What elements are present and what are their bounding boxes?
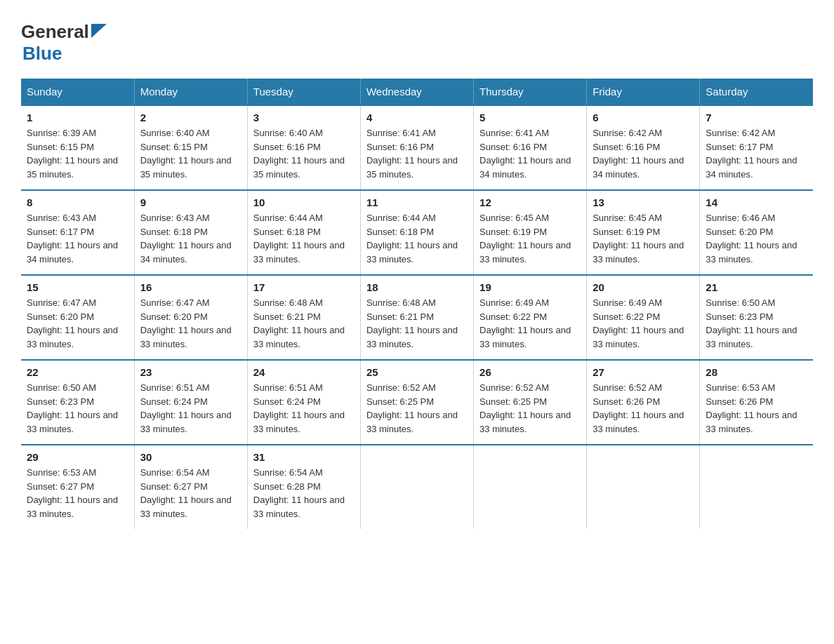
calendar-cell [587,445,700,529]
day-info: Sunrise: 6:44 AMSunset: 6:18 PMDaylight:… [253,213,345,264]
calendar-cell: 24 Sunrise: 6:51 AMSunset: 6:24 PMDaylig… [247,360,360,445]
day-info: Sunrise: 6:52 AMSunset: 6:26 PMDaylight:… [593,382,684,434]
day-info: Sunrise: 6:40 AMSunset: 6:16 PMDaylight:… [253,128,345,180]
header-wednesday: Wednesday [360,79,473,105]
page-header: General Blue [21,21,813,65]
day-number: 20 [593,281,694,293]
day-info: Sunrise: 6:53 AMSunset: 6:27 PMDaylight:… [27,467,118,519]
calendar-cell: 6 Sunrise: 6:42 AMSunset: 6:16 PMDayligh… [587,105,700,190]
day-info: Sunrise: 6:40 AMSunset: 6:15 PMDaylight:… [140,128,232,180]
day-info: Sunrise: 6:43 AMSunset: 6:17 PMDaylight:… [27,213,118,264]
calendar-cell: 28 Sunrise: 6:53 AMSunset: 6:26 PMDaylig… [700,360,813,445]
day-number: 30 [140,451,241,463]
day-info: Sunrise: 6:42 AMSunset: 6:17 PMDaylight:… [706,128,797,180]
day-info: Sunrise: 6:39 AMSunset: 6:15 PMDaylight:… [27,128,118,180]
calendar-cell: 8 Sunrise: 6:43 AMSunset: 6:17 PMDayligh… [21,190,134,275]
header-monday: Monday [134,79,247,105]
day-number: 3 [253,112,355,123]
calendar-cell: 25 Sunrise: 6:52 AMSunset: 6:25 PMDaylig… [360,360,473,445]
calendar-cell: 3 Sunrise: 6:40 AMSunset: 6:16 PMDayligh… [247,105,360,190]
day-number: 24 [253,366,355,378]
day-info: Sunrise: 6:43 AMSunset: 6:18 PMDaylight:… [140,213,232,264]
calendar-cell: 1 Sunrise: 6:39 AMSunset: 6:15 PMDayligh… [21,105,134,190]
day-number: 21 [706,281,807,293]
calendar-cell: 7 Sunrise: 6:42 AMSunset: 6:17 PMDayligh… [700,105,813,190]
calendar-cell: 31 Sunrise: 6:54 AMSunset: 6:28 PMDaylig… [247,445,360,529]
calendar-week-row: 1 Sunrise: 6:39 AMSunset: 6:15 PMDayligh… [21,105,813,190]
calendar-table: SundayMondayTuesdayWednesdayThursdayFrid… [21,79,813,529]
day-info: Sunrise: 6:51 AMSunset: 6:24 PMDaylight:… [253,382,345,434]
day-number: 2 [140,112,241,123]
day-info: Sunrise: 6:53 AMSunset: 6:26 PMDaylight:… [706,382,797,434]
day-number: 8 [27,196,128,208]
day-info: Sunrise: 6:41 AMSunset: 6:16 PMDaylight:… [479,128,571,180]
day-number: 9 [140,196,241,208]
header-friday: Friday [587,79,700,105]
calendar-cell: 19 Sunrise: 6:49 AMSunset: 6:22 PMDaylig… [474,275,587,360]
day-info: Sunrise: 6:49 AMSunset: 6:22 PMDaylight:… [479,297,571,349]
calendar-cell: 11 Sunrise: 6:44 AMSunset: 6:18 PMDaylig… [360,190,473,275]
day-number: 17 [253,281,355,293]
day-number: 16 [140,281,241,293]
svg-marker-0 [91,24,107,38]
calendar-cell: 26 Sunrise: 6:52 AMSunset: 6:25 PMDaylig… [474,360,587,445]
calendar-cell: 29 Sunrise: 6:53 AMSunset: 6:27 PMDaylig… [21,445,134,529]
calendar-cell: 27 Sunrise: 6:52 AMSunset: 6:26 PMDaylig… [587,360,700,445]
calendar-cell: 5 Sunrise: 6:41 AMSunset: 6:16 PMDayligh… [474,105,587,190]
calendar-cell: 21 Sunrise: 6:50 AMSunset: 6:23 PMDaylig… [700,275,813,360]
calendar-cell [474,445,587,529]
day-number: 10 [253,196,355,208]
day-number: 5 [479,112,581,123]
day-number: 4 [366,112,468,123]
day-number: 26 [479,366,581,378]
calendar-cell [360,445,473,529]
day-info: Sunrise: 6:48 AMSunset: 6:21 PMDaylight:… [366,297,458,349]
day-info: Sunrise: 6:48 AMSunset: 6:21 PMDaylight:… [253,297,345,349]
day-info: Sunrise: 6:45 AMSunset: 6:19 PMDaylight:… [593,213,684,264]
day-info: Sunrise: 6:45 AMSunset: 6:19 PMDaylight:… [479,213,571,264]
calendar-cell: 17 Sunrise: 6:48 AMSunset: 6:21 PMDaylig… [247,275,360,360]
calendar-cell: 16 Sunrise: 6:47 AMSunset: 6:20 PMDaylig… [134,275,247,360]
header-tuesday: Tuesday [247,79,360,105]
day-number: 19 [479,281,581,293]
day-number: 14 [706,196,807,208]
day-info: Sunrise: 6:54 AMSunset: 6:28 PMDaylight:… [253,467,345,519]
day-number: 15 [27,281,128,293]
day-number: 31 [253,451,355,463]
logo-general-text: General [21,21,89,43]
calendar-week-row: 29 Sunrise: 6:53 AMSunset: 6:27 PMDaylig… [21,445,813,529]
header-thursday: Thursday [474,79,587,105]
calendar-header-row: SundayMondayTuesdayWednesdayThursdayFrid… [21,79,813,105]
day-number: 22 [27,366,128,378]
day-number: 11 [366,196,468,208]
day-number: 27 [593,366,694,378]
calendar-cell: 9 Sunrise: 6:43 AMSunset: 6:18 PMDayligh… [134,190,247,275]
day-info: Sunrise: 6:49 AMSunset: 6:22 PMDaylight:… [593,297,684,349]
calendar-cell: 10 Sunrise: 6:44 AMSunset: 6:18 PMDaylig… [247,190,360,275]
day-info: Sunrise: 6:52 AMSunset: 6:25 PMDaylight:… [366,382,458,434]
logo: General Blue [21,21,107,65]
calendar-week-row: 8 Sunrise: 6:43 AMSunset: 6:17 PMDayligh… [21,190,813,275]
day-number: 25 [366,366,468,378]
day-number: 1 [27,112,128,123]
day-number: 23 [140,366,241,378]
calendar-week-row: 22 Sunrise: 6:50 AMSunset: 6:23 PMDaylig… [21,360,813,445]
day-info: Sunrise: 6:46 AMSunset: 6:20 PMDaylight:… [706,213,797,264]
calendar-cell: 18 Sunrise: 6:48 AMSunset: 6:21 PMDaylig… [360,275,473,360]
day-info: Sunrise: 6:47 AMSunset: 6:20 PMDaylight:… [27,297,118,349]
day-number: 13 [593,196,694,208]
day-info: Sunrise: 6:52 AMSunset: 6:25 PMDaylight:… [479,382,571,434]
calendar-cell: 15 Sunrise: 6:47 AMSunset: 6:20 PMDaylig… [21,275,134,360]
calendar-cell: 14 Sunrise: 6:46 AMSunset: 6:20 PMDaylig… [700,190,813,275]
calendar-week-row: 15 Sunrise: 6:47 AMSunset: 6:20 PMDaylig… [21,275,813,360]
day-number: 7 [706,112,807,123]
header-sunday: Sunday [21,79,134,105]
calendar-cell: 12 Sunrise: 6:45 AMSunset: 6:19 PMDaylig… [474,190,587,275]
day-number: 29 [27,451,128,463]
day-info: Sunrise: 6:51 AMSunset: 6:24 PMDaylight:… [140,382,232,434]
calendar-cell [700,445,813,529]
calendar-cell: 4 Sunrise: 6:41 AMSunset: 6:16 PMDayligh… [360,105,473,190]
calendar-cell: 2 Sunrise: 6:40 AMSunset: 6:15 PMDayligh… [134,105,247,190]
day-number: 6 [593,112,694,123]
day-info: Sunrise: 6:50 AMSunset: 6:23 PMDaylight:… [27,382,118,434]
